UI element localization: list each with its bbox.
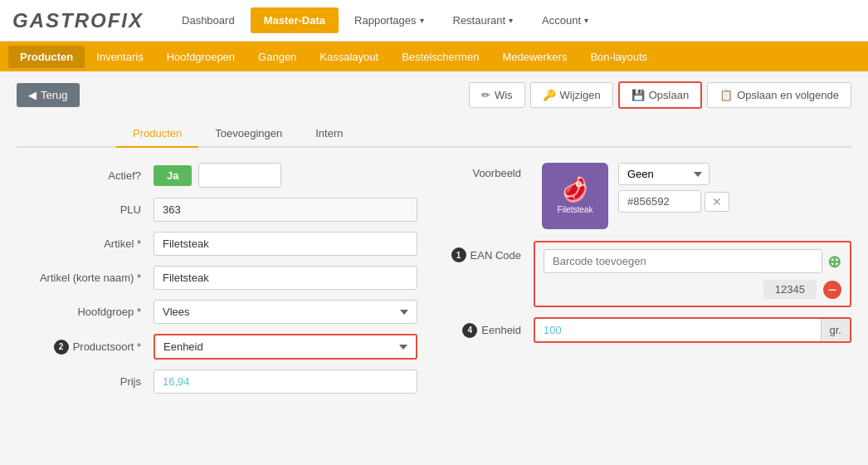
second-nav-hoofdgroepen[interactable]: Hoofdgroepen: [155, 46, 246, 68]
eraser-icon: ✏: [481, 89, 490, 101]
color-input[interactable]: [618, 190, 701, 213]
productsoort-select[interactable]: Eenheid Gewicht Menu: [155, 335, 416, 358]
save-next-icon: 📋: [719, 89, 733, 101]
toolbar: ◀ Terug ✏ Wis 🔑 Wijzigen 💾 Opslaan 📋 Ops…: [17, 81, 851, 109]
nav-item-rapportages[interactable]: Rapportages ▾: [341, 7, 436, 33]
opslaan-volgende-button[interactable]: 📋 Opslaan en volgende: [707, 82, 851, 108]
annotation-1: 1: [451, 247, 466, 262]
ean-input[interactable]: [544, 249, 822, 273]
second-nav-inventaris[interactable]: Inventaris: [85, 46, 154, 68]
tabs: Producten Toevoegingen Intern: [17, 120, 851, 148]
wijzigen-button[interactable]: 🔑 Wijzigen: [530, 82, 613, 108]
eenheid-unit: gr.: [821, 319, 850, 341]
steak-icon: 🥩: [558, 174, 592, 207]
artikel-input[interactable]: [154, 232, 417, 256]
back-button[interactable]: ◀ Terug: [17, 83, 80, 107]
annotation-2: 2: [54, 340, 69, 355]
chevron-down-icon: ▾: [420, 16, 424, 25]
voorbeeld-row: Voorbeeld 🥩 Filetsteak Geen ✕: [451, 163, 851, 229]
eenheid-input[interactable]: [535, 319, 821, 341]
artikel-kort-input[interactable]: [154, 266, 417, 290]
eenheid-label: Eenheid: [481, 324, 521, 336]
nav-item-restaurant[interactable]: Restaurant ▾: [440, 7, 527, 33]
second-nav-medewerkers[interactable]: Medewerkers: [490, 46, 578, 68]
save-icon: 💾: [631, 89, 645, 101]
artikel-kort-label: Artikel (korte naam) *: [17, 272, 154, 284]
actief-label: Actief?: [17, 169, 154, 182]
prijs-input[interactable]: [154, 370, 417, 394]
ean-label: EAN Code: [471, 249, 521, 262]
artikel-kort-row: Artikel (korte naam) *: [17, 266, 417, 290]
key-icon: 🔑: [543, 89, 556, 101]
artikel-row: Artikel *: [17, 232, 417, 256]
logo: GASTROFIX: [12, 9, 144, 32]
hoofdgroep-row: Hoofdgroep * Vlees Vis Vegetarisch: [17, 300, 417, 324]
opslaan-button[interactable]: 💾 Opslaan: [618, 81, 702, 109]
chevron-left-icon: ◀: [28, 89, 37, 101]
chevron-down-icon: ▾: [509, 16, 513, 25]
artikel-label: Artikel *: [17, 237, 154, 250]
actief-row: Actief? Ja: [17, 163, 417, 188]
second-nav-bon-layouts[interactable]: Bon-layouts: [578, 46, 659, 68]
nav-item-account[interactable]: Account ▾: [529, 7, 602, 33]
ean-barcode-value: 12345: [763, 280, 817, 299]
prijs-label: Prijs: [17, 375, 154, 388]
remove-ean-button[interactable]: −: [823, 281, 841, 299]
product-preview: 🥩 Filetsteak: [542, 163, 608, 229]
add-ean-button[interactable]: ⊕: [827, 253, 841, 270]
plu-input[interactable]: [154, 198, 417, 222]
actief-toggle[interactable]: Ja: [154, 165, 192, 186]
wis-button[interactable]: ✏ Wis: [469, 82, 525, 108]
color-clear-button[interactable]: ✕: [705, 192, 729, 212]
nav-item-master-data[interactable]: Master-Data: [251, 7, 339, 33]
geen-select[interactable]: Geen: [618, 163, 710, 185]
tab-toevoegingen[interactable]: Toevoegingen: [198, 120, 299, 146]
annotation-4: 4: [462, 323, 477, 338]
second-nav-kassalayout[interactable]: Kassalayout: [308, 46, 390, 68]
prijs-row: Prijs: [17, 370, 417, 394]
hoofdgroep-label: Hoofdgroep *: [17, 306, 154, 318]
nav-item-dashboard[interactable]: Dashboard: [168, 7, 248, 33]
tab-producten[interactable]: Producten: [116, 120, 198, 148]
product-preview-label: Filetsteak: [558, 205, 593, 214]
tab-intern[interactable]: Intern: [299, 120, 359, 146]
second-nav-producten[interactable]: Producten: [8, 46, 85, 68]
productsoort-label: Productsoort *: [73, 340, 141, 353]
voorbeeld-label: Voorbeeld: [451, 163, 534, 179]
second-nav-bestelschermen[interactable]: Bestelschermen: [390, 46, 490, 68]
plu-row: PLU: [17, 198, 417, 222]
chevron-down-icon: ▾: [584, 16, 588, 25]
top-nav: Dashboard Master-Data Rapportages ▾ Rest…: [168, 7, 602, 33]
second-nav-gangen[interactable]: Gangen: [246, 46, 308, 68]
hoofdgroep-select[interactable]: Vlees Vis Vegetarisch: [154, 300, 417, 324]
second-nav: Producten Inventaris Hoofdgroepen Gangen…: [0, 42, 868, 71]
plu-label: PLU: [17, 203, 154, 216]
